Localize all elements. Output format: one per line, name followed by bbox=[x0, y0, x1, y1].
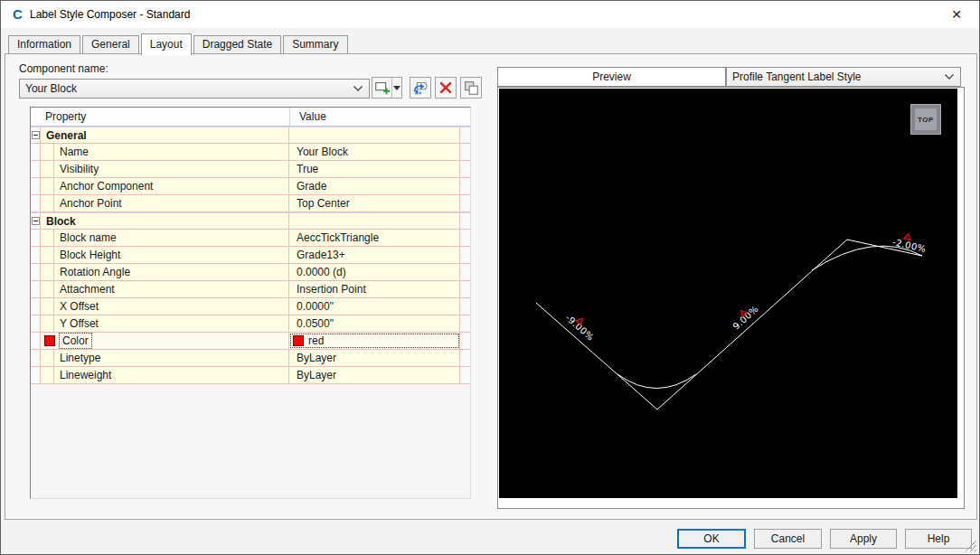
row-gutter bbox=[31, 247, 41, 263]
component-draw-order-button[interactable] bbox=[460, 77, 482, 99]
chevron-down-icon bbox=[945, 74, 954, 80]
component-name-dropdown[interactable]: Your Block bbox=[19, 79, 370, 99]
property-label: Y Offset bbox=[60, 317, 99, 330]
ok-button[interactable]: OK bbox=[677, 529, 746, 549]
column-divider[interactable] bbox=[289, 108, 290, 127]
value-cell[interactable]: 0.0500" bbox=[289, 315, 460, 332]
property-label: Visibility bbox=[60, 163, 99, 175]
value-cell[interactable]: ByLayer bbox=[289, 367, 460, 383]
value-cell[interactable]: Insertion Point bbox=[289, 281, 460, 297]
property-cell: Linetype bbox=[41, 350, 289, 366]
property-row-linetype[interactable]: LinetypeByLayer bbox=[31, 350, 470, 367]
label-style-composer-dialog: C Label Style Composer - Standard ✕ Info… bbox=[0, 0, 980, 555]
property-label: Anchor Component bbox=[60, 180, 153, 193]
property-row-anchor-component[interactable]: Anchor ComponentGrade bbox=[31, 178, 470, 195]
row-right-strip bbox=[460, 144, 470, 160]
row-right-strip bbox=[460, 195, 470, 212]
value-cell[interactable]: AeccTickTriangle bbox=[289, 230, 460, 246]
close-icon[interactable]: ✕ bbox=[943, 5, 970, 24]
copy-component-button[interactable] bbox=[410, 77, 431, 99]
row-right-strip bbox=[460, 161, 470, 177]
row-gutter bbox=[31, 161, 41, 177]
value-label: 0.0000 (d) bbox=[297, 266, 346, 278]
property-table-rows: GeneralNameYour BlockVisibilityTrueAncho… bbox=[31, 127, 470, 384]
help-button[interactable]: Help bbox=[905, 529, 972, 549]
property-label: Anchor Point bbox=[60, 197, 122, 210]
property-row-x-offset[interactable]: X Offset0.0000" bbox=[31, 298, 470, 315]
property-row-rotation-angle[interactable]: Rotation Angle0.0000 (d) bbox=[31, 264, 470, 281]
value-cell[interactable] bbox=[289, 213, 460, 229]
property-cell: Block Height bbox=[41, 247, 289, 263]
value-cell[interactable]: red bbox=[289, 333, 460, 349]
value-cell[interactable]: Top Center bbox=[289, 195, 460, 212]
property-row-anchor-point[interactable]: Anchor PointTop Center bbox=[31, 195, 470, 212]
value-label: Insertion Point bbox=[297, 283, 366, 296]
preview-style-dropdown[interactable]: Profile Tangent Label Style bbox=[726, 67, 961, 87]
value-cell[interactable]: Grade bbox=[289, 178, 460, 194]
value-cell[interactable]: 0.0000 (d) bbox=[289, 264, 460, 280]
row-right-strip bbox=[460, 178, 470, 194]
property-row-attachment[interactable]: AttachmentInsertion Point bbox=[31, 281, 470, 298]
property-label: Color bbox=[60, 334, 91, 348]
value-cell[interactable]: True bbox=[289, 161, 460, 177]
row-right-strip bbox=[460, 230, 470, 246]
add-component-dropdown-arrow-icon[interactable] bbox=[391, 78, 401, 98]
property-label: Block bbox=[46, 215, 76, 228]
window-title: Label Style Composer - Standard bbox=[30, 8, 190, 21]
row-right-strip bbox=[460, 264, 470, 280]
value-cell[interactable]: Grade13+ bbox=[289, 247, 460, 263]
row-gutter bbox=[31, 127, 41, 143]
value-label: AeccTickTriangle bbox=[297, 231, 379, 244]
grade-label: -9.00% bbox=[563, 313, 596, 343]
property-label: Lineweight bbox=[60, 369, 111, 381]
draw-order-icon bbox=[462, 79, 480, 97]
property-row-visibility[interactable]: VisibilityTrue bbox=[31, 161, 470, 178]
preview-canvas[interactable]: -9.00%9.00%-2.00% TOP bbox=[499, 89, 957, 498]
value-label: ByLayer bbox=[297, 352, 336, 364]
property-cell: Visibility bbox=[41, 161, 289, 177]
property-row-y-offset[interactable]: Y Offset0.0500" bbox=[31, 315, 470, 333]
tab-layout[interactable]: Layout bbox=[141, 33, 192, 55]
collapse-minus-icon[interactable] bbox=[32, 217, 40, 225]
value-cell[interactable]: Your Block bbox=[289, 144, 460, 160]
tab-information[interactable]: Information bbox=[8, 35, 80, 53]
property-cell: Y Offset bbox=[41, 315, 289, 332]
value-label: red bbox=[308, 334, 324, 347]
delete-component-button[interactable] bbox=[435, 77, 457, 99]
property-row-name[interactable]: NameYour Block bbox=[31, 144, 470, 161]
grade-label: 9.00% bbox=[730, 304, 759, 332]
title-bar: C Label Style Composer - Standard ✕ bbox=[1, 1, 979, 28]
view-cube-top-face[interactable]: TOP bbox=[915, 108, 937, 130]
column-header-value: Value bbox=[299, 110, 326, 123]
preview-style-value: Profile Tangent Label Style bbox=[732, 71, 862, 83]
property-row-lineweight[interactable]: LineweightByLayer bbox=[31, 367, 470, 384]
value-cell[interactable] bbox=[289, 127, 460, 143]
property-row-block-height[interactable]: Block HeightGrade13+ bbox=[31, 247, 470, 264]
copy-component-icon bbox=[411, 79, 429, 97]
add-component-button[interactable] bbox=[372, 77, 402, 99]
row-right-strip bbox=[460, 213, 470, 229]
row-gutter bbox=[31, 298, 41, 315]
value-cell[interactable]: ByLayer bbox=[289, 350, 460, 366]
tab-general[interactable]: General bbox=[82, 35, 139, 53]
tab-summary[interactable]: Summary bbox=[283, 35, 347, 53]
resize-grip[interactable] bbox=[965, 540, 977, 552]
value-cell[interactable]: 0.0000" bbox=[289, 298, 460, 315]
view-cube[interactable]: TOP bbox=[910, 104, 941, 135]
row-right-strip bbox=[460, 281, 470, 297]
value-label: Your Block bbox=[297, 146, 348, 158]
property-label: Rotation Angle bbox=[60, 266, 130, 278]
property-row-block[interactable]: Block bbox=[31, 212, 470, 230]
row-gutter bbox=[31, 367, 41, 383]
property-row-general[interactable]: General bbox=[31, 127, 470, 144]
collapse-minus-icon[interactable] bbox=[32, 131, 40, 139]
row-gutter bbox=[31, 195, 41, 212]
property-cell: Color bbox=[41, 333, 289, 349]
property-row-block-name[interactable]: Block nameAeccTickTriangle bbox=[31, 230, 470, 247]
tab-dragged-state[interactable]: Dragged State bbox=[193, 35, 281, 53]
cancel-button[interactable]: Cancel bbox=[754, 529, 822, 549]
apply-button[interactable]: Apply bbox=[830, 529, 897, 549]
property-cell: Block bbox=[41, 213, 289, 229]
property-row-color[interactable]: Colorred bbox=[31, 333, 470, 350]
property-label: Name bbox=[60, 146, 89, 158]
